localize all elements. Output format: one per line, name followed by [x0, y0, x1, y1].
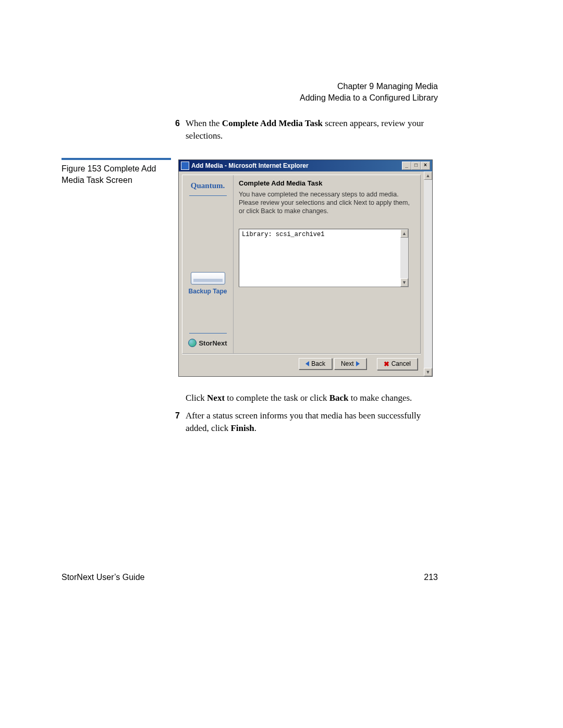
after-figure-text: Click Next to complete the task or click… [186, 392, 436, 404]
step-number-6: 6 [175, 117, 180, 130]
arrow-left-icon [305, 361, 309, 366]
after-b1: Next [207, 393, 225, 403]
divider-icon [189, 195, 227, 196]
wizard-sidebar: Quantum. Backup Tape StorNext [182, 175, 234, 353]
window-title: Add Media - Microsoft Internet Explorer [191, 162, 309, 169]
step-7-post: . [254, 423, 256, 433]
summary-listbox[interactable]: Library: scsi_archive1 ▲ ▼ [239, 229, 409, 287]
maximize-button[interactable]: □ [411, 162, 421, 170]
minimize-button[interactable]: _ [402, 162, 411, 170]
close-button[interactable]: × [421, 162, 430, 170]
ie-icon [181, 162, 189, 170]
step-7-pre: After a status screen informs you that m… [186, 411, 421, 433]
back-label: Back [311, 360, 325, 367]
footer-page: 213 [424, 573, 438, 582]
after-pre: Click [186, 393, 207, 403]
wizard-body: You have completed the necessary steps t… [239, 190, 415, 215]
section-label: Adding Media to a Configured Library [300, 92, 438, 104]
quantum-logo: Quantum. [191, 181, 225, 190]
wizard-heading: Complete Add Media Task [239, 179, 415, 187]
backup-tape-label: Backup Tape [189, 288, 227, 295]
scroll-down-icon[interactable]: ▼ [424, 368, 432, 376]
arrow-right-icon [356, 361, 360, 366]
listbox-scrollbar[interactable]: ▲ ▼ [400, 229, 408, 287]
step-6-pre: When the [186, 118, 222, 128]
x-icon: ✖ [384, 360, 389, 368]
listbox-content: Library: scsi_archive1 [239, 229, 400, 287]
figure-caption: Figure 153 Complete Add Media Task Scree… [62, 158, 171, 186]
cancel-button[interactable]: ✖ Cancel [377, 358, 418, 370]
scroll-down-icon[interactable]: ▼ [400, 278, 408, 287]
after-post: to make changes. [349, 393, 412, 403]
main-pane: Quantum. Backup Tape StorNext Complete A… [179, 171, 424, 376]
stornext-text: StorNext [199, 339, 227, 347]
window-scrollbar[interactable]: ▲ ▼ [424, 171, 432, 376]
cancel-label: Cancel [391, 360, 411, 367]
after-b2: Back [329, 393, 349, 403]
back-button[interactable]: Back [299, 358, 332, 369]
globe-icon [188, 339, 197, 347]
window-titlebar[interactable]: Add Media - Microsoft Internet Explorer … [179, 160, 432, 171]
page-header: Chapter 9 Managing Media Adding Media to… [300, 81, 438, 104]
chapter-label: Chapter 9 Managing Media [300, 81, 438, 92]
step-number-7: 7 [175, 410, 180, 422]
step-6: 6 When the Complete Add Media Task scree… [186, 117, 436, 142]
scroll-up-icon[interactable]: ▲ [424, 171, 432, 180]
step-7-bold: Finish [230, 423, 254, 433]
wizard-content: Complete Add Media Task You have complet… [234, 175, 420, 353]
ie-window: Add Media - Microsoft Internet Explorer … [178, 159, 433, 377]
next-button[interactable]: Next [334, 358, 366, 369]
next-label: Next [341, 360, 354, 367]
step-6-bold: Complete Add Media Task [222, 118, 323, 128]
footer-guide: StorNext User’s Guide [62, 573, 144, 582]
step-7: 7 After a status screen informs you that… [186, 410, 436, 435]
stornext-logo: StorNext [188, 339, 227, 347]
tape-drive-icon [191, 272, 225, 285]
wizard-button-bar: Back Next ✖ Cancel [182, 354, 421, 373]
divider-icon [189, 333, 227, 334]
after-mid: to complete the task or click [225, 393, 329, 403]
scroll-up-icon[interactable]: ▲ [400, 229, 408, 238]
